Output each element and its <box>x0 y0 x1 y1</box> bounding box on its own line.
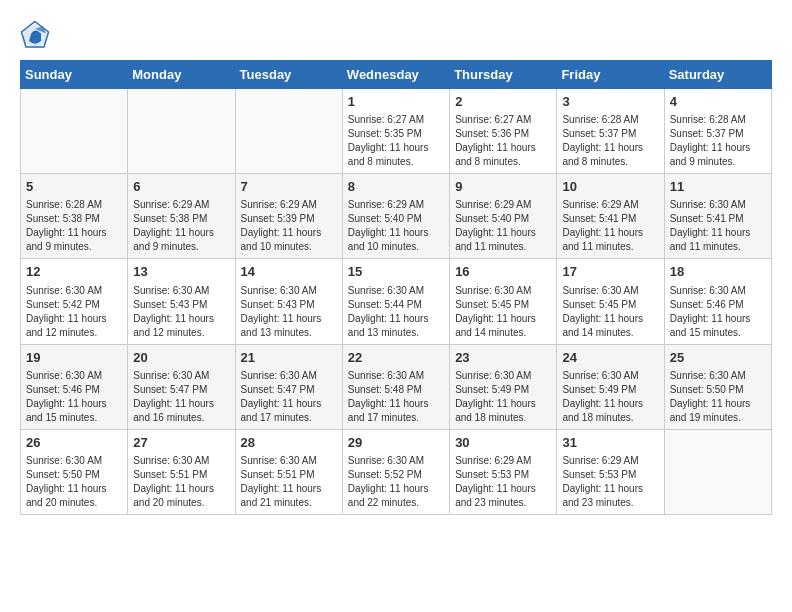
calendar-cell: 7Sunrise: 6:29 AM Sunset: 5:39 PM Daylig… <box>235 174 342 259</box>
day-number: 17 <box>562 263 658 281</box>
logo-icon <box>20 20 50 50</box>
calendar-cell: 29Sunrise: 6:30 AM Sunset: 5:52 PM Dayli… <box>342 429 449 514</box>
day-number: 27 <box>133 434 229 452</box>
calendar-cell: 30Sunrise: 6:29 AM Sunset: 5:53 PM Dayli… <box>450 429 557 514</box>
calendar-week-row: 5Sunrise: 6:28 AM Sunset: 5:38 PM Daylig… <box>21 174 772 259</box>
calendar-cell: 26Sunrise: 6:30 AM Sunset: 5:50 PM Dayli… <box>21 429 128 514</box>
day-number: 13 <box>133 263 229 281</box>
calendar-cell <box>235 89 342 174</box>
calendar-cell: 16Sunrise: 6:30 AM Sunset: 5:45 PM Dayli… <box>450 259 557 344</box>
calendar-cell: 21Sunrise: 6:30 AM Sunset: 5:47 PM Dayli… <box>235 344 342 429</box>
day-info: Sunrise: 6:27 AM Sunset: 5:36 PM Dayligh… <box>455 113 551 169</box>
day-info: Sunrise: 6:30 AM Sunset: 5:51 PM Dayligh… <box>241 454 337 510</box>
calendar-cell: 11Sunrise: 6:30 AM Sunset: 5:41 PM Dayli… <box>664 174 771 259</box>
calendar-cell: 6Sunrise: 6:29 AM Sunset: 5:38 PM Daylig… <box>128 174 235 259</box>
calendar-cell <box>664 429 771 514</box>
day-number: 21 <box>241 349 337 367</box>
day-info: Sunrise: 6:30 AM Sunset: 5:43 PM Dayligh… <box>241 284 337 340</box>
day-number: 24 <box>562 349 658 367</box>
calendar-cell: 3Sunrise: 6:28 AM Sunset: 5:37 PM Daylig… <box>557 89 664 174</box>
calendar-cell: 9Sunrise: 6:29 AM Sunset: 5:40 PM Daylig… <box>450 174 557 259</box>
day-info: Sunrise: 6:29 AM Sunset: 5:40 PM Dayligh… <box>348 198 444 254</box>
calendar-cell: 22Sunrise: 6:30 AM Sunset: 5:48 PM Dayli… <box>342 344 449 429</box>
day-number: 5 <box>26 178 122 196</box>
day-info: Sunrise: 6:29 AM Sunset: 5:39 PM Dayligh… <box>241 198 337 254</box>
day-number: 30 <box>455 434 551 452</box>
calendar-cell: 19Sunrise: 6:30 AM Sunset: 5:46 PM Dayli… <box>21 344 128 429</box>
day-info: Sunrise: 6:30 AM Sunset: 5:41 PM Dayligh… <box>670 198 766 254</box>
day-number: 20 <box>133 349 229 367</box>
day-number: 6 <box>133 178 229 196</box>
day-info: Sunrise: 6:29 AM Sunset: 5:53 PM Dayligh… <box>562 454 658 510</box>
day-info: Sunrise: 6:29 AM Sunset: 5:41 PM Dayligh… <box>562 198 658 254</box>
day-info: Sunrise: 6:28 AM Sunset: 5:37 PM Dayligh… <box>670 113 766 169</box>
calendar-week-row: 26Sunrise: 6:30 AM Sunset: 5:50 PM Dayli… <box>21 429 772 514</box>
weekday-header-row: SundayMondayTuesdayWednesdayThursdayFrid… <box>21 61 772 89</box>
day-number: 4 <box>670 93 766 111</box>
day-number: 29 <box>348 434 444 452</box>
calendar-cell: 14Sunrise: 6:30 AM Sunset: 5:43 PM Dayli… <box>235 259 342 344</box>
day-info: Sunrise: 6:30 AM Sunset: 5:47 PM Dayligh… <box>241 369 337 425</box>
weekday-header: Tuesday <box>235 61 342 89</box>
calendar-cell: 15Sunrise: 6:30 AM Sunset: 5:44 PM Dayli… <box>342 259 449 344</box>
day-number: 23 <box>455 349 551 367</box>
calendar-cell: 27Sunrise: 6:30 AM Sunset: 5:51 PM Dayli… <box>128 429 235 514</box>
calendar-cell: 12Sunrise: 6:30 AM Sunset: 5:42 PM Dayli… <box>21 259 128 344</box>
weekday-header: Wednesday <box>342 61 449 89</box>
day-info: Sunrise: 6:30 AM Sunset: 5:42 PM Dayligh… <box>26 284 122 340</box>
day-number: 28 <box>241 434 337 452</box>
day-number: 11 <box>670 178 766 196</box>
day-number: 3 <box>562 93 658 111</box>
calendar-cell: 31Sunrise: 6:29 AM Sunset: 5:53 PM Dayli… <box>557 429 664 514</box>
day-number: 8 <box>348 178 444 196</box>
day-number: 9 <box>455 178 551 196</box>
day-info: Sunrise: 6:28 AM Sunset: 5:38 PM Dayligh… <box>26 198 122 254</box>
day-info: Sunrise: 6:29 AM Sunset: 5:38 PM Dayligh… <box>133 198 229 254</box>
day-info: Sunrise: 6:30 AM Sunset: 5:48 PM Dayligh… <box>348 369 444 425</box>
calendar-cell: 2Sunrise: 6:27 AM Sunset: 5:36 PM Daylig… <box>450 89 557 174</box>
calendar-week-row: 19Sunrise: 6:30 AM Sunset: 5:46 PM Dayli… <box>21 344 772 429</box>
day-info: Sunrise: 6:30 AM Sunset: 5:50 PM Dayligh… <box>670 369 766 425</box>
day-number: 22 <box>348 349 444 367</box>
weekday-header: Friday <box>557 61 664 89</box>
day-number: 1 <box>348 93 444 111</box>
day-number: 16 <box>455 263 551 281</box>
calendar-cell: 23Sunrise: 6:30 AM Sunset: 5:49 PM Dayli… <box>450 344 557 429</box>
day-info: Sunrise: 6:30 AM Sunset: 5:46 PM Dayligh… <box>670 284 766 340</box>
calendar-cell: 13Sunrise: 6:30 AM Sunset: 5:43 PM Dayli… <box>128 259 235 344</box>
calendar-cell: 18Sunrise: 6:30 AM Sunset: 5:46 PM Dayli… <box>664 259 771 344</box>
calendar-week-row: 1Sunrise: 6:27 AM Sunset: 5:35 PM Daylig… <box>21 89 772 174</box>
day-number: 12 <box>26 263 122 281</box>
day-info: Sunrise: 6:30 AM Sunset: 5:49 PM Dayligh… <box>562 369 658 425</box>
day-number: 25 <box>670 349 766 367</box>
day-number: 14 <box>241 263 337 281</box>
day-info: Sunrise: 6:30 AM Sunset: 5:44 PM Dayligh… <box>348 284 444 340</box>
day-number: 18 <box>670 263 766 281</box>
calendar-cell: 5Sunrise: 6:28 AM Sunset: 5:38 PM Daylig… <box>21 174 128 259</box>
calendar-week-row: 12Sunrise: 6:30 AM Sunset: 5:42 PM Dayli… <box>21 259 772 344</box>
calendar-cell: 24Sunrise: 6:30 AM Sunset: 5:49 PM Dayli… <box>557 344 664 429</box>
calendar-cell: 17Sunrise: 6:30 AM Sunset: 5:45 PM Dayli… <box>557 259 664 344</box>
weekday-header: Thursday <box>450 61 557 89</box>
weekday-header: Monday <box>128 61 235 89</box>
page-header <box>20 20 772 50</box>
calendar-cell: 1Sunrise: 6:27 AM Sunset: 5:35 PM Daylig… <box>342 89 449 174</box>
weekday-header: Saturday <box>664 61 771 89</box>
day-info: Sunrise: 6:29 AM Sunset: 5:53 PM Dayligh… <box>455 454 551 510</box>
day-info: Sunrise: 6:30 AM Sunset: 5:52 PM Dayligh… <box>348 454 444 510</box>
day-info: Sunrise: 6:30 AM Sunset: 5:51 PM Dayligh… <box>133 454 229 510</box>
calendar-cell: 4Sunrise: 6:28 AM Sunset: 5:37 PM Daylig… <box>664 89 771 174</box>
calendar-cell: 28Sunrise: 6:30 AM Sunset: 5:51 PM Dayli… <box>235 429 342 514</box>
calendar-cell: 10Sunrise: 6:29 AM Sunset: 5:41 PM Dayli… <box>557 174 664 259</box>
day-info: Sunrise: 6:30 AM Sunset: 5:46 PM Dayligh… <box>26 369 122 425</box>
day-number: 2 <box>455 93 551 111</box>
calendar-cell <box>128 89 235 174</box>
day-info: Sunrise: 6:29 AM Sunset: 5:40 PM Dayligh… <box>455 198 551 254</box>
day-info: Sunrise: 6:30 AM Sunset: 5:47 PM Dayligh… <box>133 369 229 425</box>
calendar-cell <box>21 89 128 174</box>
day-info: Sunrise: 6:28 AM Sunset: 5:37 PM Dayligh… <box>562 113 658 169</box>
day-number: 7 <box>241 178 337 196</box>
day-info: Sunrise: 6:30 AM Sunset: 5:50 PM Dayligh… <box>26 454 122 510</box>
day-info: Sunrise: 6:30 AM Sunset: 5:43 PM Dayligh… <box>133 284 229 340</box>
calendar-cell: 20Sunrise: 6:30 AM Sunset: 5:47 PM Dayli… <box>128 344 235 429</box>
